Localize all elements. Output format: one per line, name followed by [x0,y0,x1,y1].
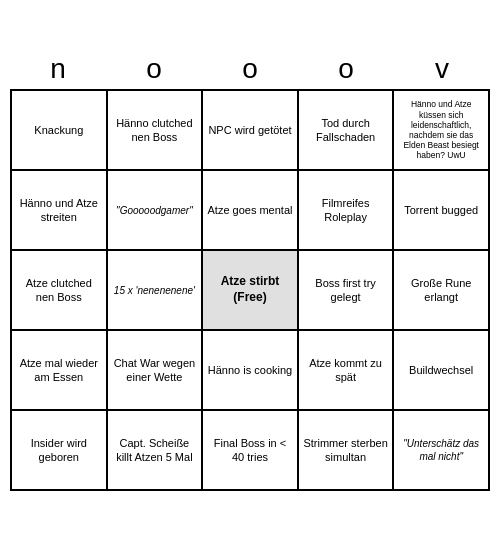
cell-text-21: Capt. Scheiße killt Atzen 5 Mal [112,436,198,465]
cell-text-8: Filmreifes Roleplay [303,196,389,225]
bingo-cell-21: Capt. Scheiße killt Atzen 5 Mal [108,411,204,491]
bingo-cell-16: Chat War wegen einer Wette [108,331,204,411]
bingo-cell-7: Atze goes mental [203,171,299,251]
bingo-cell-19: Buildwechsel [394,331,490,411]
cell-text-9: Torrent bugged [404,203,478,217]
header-letter-3: o [299,53,393,85]
cell-text-17: Hänno is cooking [208,363,292,377]
cell-text-16: Chat War wegen einer Wette [112,356,198,385]
bingo-cell-0: Knackung [12,91,108,171]
bingo-cell-17: Hänno is cooking [203,331,299,411]
bingo-header: nooov [10,53,490,85]
cell-text-7: Atze goes mental [207,203,292,217]
bingo-cell-14: Große Rune erlangt [394,251,490,331]
cell-text-6: "Gooooodgamer" [116,204,193,217]
bingo-cell-4: Hänno und Atze küssen sich leidenschaftl… [394,91,490,171]
bingo-cell-20: Insider wird geboren [12,411,108,491]
bingo-cell-22: Final Boss in < 40 tries [203,411,299,491]
bingo-cell-6: "Gooooodgamer" [108,171,204,251]
bingo-grid: KnackungHänno clutched nen BossNPC wird … [10,89,490,491]
bingo-cell-10: Atze clutched nen Boss [12,251,108,331]
cell-text-3: Tod durch Fallschaden [303,116,389,145]
bingo-cell-2: NPC wird getötet [203,91,299,171]
header-letter-4: v [395,53,489,85]
cell-text-18: Atze kommt zu spät [303,356,389,385]
cell-text-15: Atze mal wieder am Essen [16,356,102,385]
cell-text-1: Hänno clutched nen Boss [112,116,198,145]
bingo-cell-3: Tod durch Fallschaden [299,91,395,171]
cell-text-4: Hänno und Atze küssen sich leidenschaftl… [398,99,484,160]
bingo-cell-13: Boss first try gelegt [299,251,395,331]
cell-text-5: Hänno und Atze streiten [16,196,102,225]
bingo-cell-18: Atze kommt zu spät [299,331,395,411]
cell-text-23: Strimmer sterben simultan [303,436,389,465]
header-letter-0: n [11,53,105,85]
cell-text-24: "Unterschätz das mal nicht" [398,437,484,463]
bingo-cell-5: Hänno und Atze streiten [12,171,108,251]
header-letter-2: o [203,53,297,85]
bingo-cell-24: "Unterschätz das mal nicht" [394,411,490,491]
bingo-cell-12: Atze stirbt (Free) [203,251,299,331]
header-letter-1: o [107,53,201,85]
cell-text-14: Große Rune erlangt [398,276,484,305]
cell-text-22: Final Boss in < 40 tries [207,436,293,465]
bingo-cell-8: Filmreifes Roleplay [299,171,395,251]
cell-text-12: Atze stirbt (Free) [207,274,293,305]
cell-text-2: NPC wird getötet [208,123,291,137]
cell-text-13: Boss first try gelegt [303,276,389,305]
cell-text-19: Buildwechsel [409,363,473,377]
bingo-cell-15: Atze mal wieder am Essen [12,331,108,411]
bingo-cell-23: Strimmer sterben simultan [299,411,395,491]
bingo-cell-11: 15 x 'nenenenene' [108,251,204,331]
cell-text-11: 15 x 'nenenenene' [114,284,195,297]
cell-text-10: Atze clutched nen Boss [16,276,102,305]
bingo-card: nooov KnackungHänno clutched nen BossNPC… [5,48,495,496]
cell-text-20: Insider wird geboren [16,436,102,465]
cell-text-0: Knackung [34,123,83,137]
bingo-cell-1: Hänno clutched nen Boss [108,91,204,171]
bingo-cell-9: Torrent bugged [394,171,490,251]
